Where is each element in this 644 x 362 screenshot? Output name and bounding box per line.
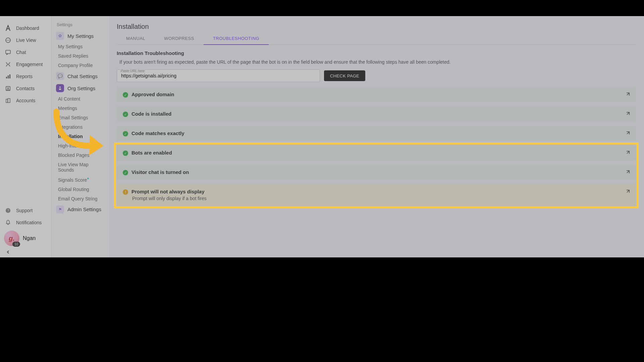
user-name: Ngan [23, 235, 36, 241]
admin-icon: ⚑ [56, 205, 64, 214]
open-link-icon[interactable] [625, 189, 631, 194]
nav-support[interactable]: ? Support [0, 204, 51, 217]
nav-dashboard[interactable]: Dashboard [0, 22, 51, 34]
nav-label: Support [16, 208, 33, 213]
main-content: Installation MANUAL WORDPRESS TROUBLESHO… [110, 16, 644, 257]
chat-icon [5, 49, 11, 56]
settings-item-email-settings[interactable]: Email Settings [51, 113, 110, 122]
settings-item-company-profile[interactable]: Company Profile [51, 61, 110, 70]
contacts-icon [5, 85, 11, 92]
svg-point-11 [59, 86, 61, 88]
settings-item-installation[interactable]: Installation [51, 132, 110, 141]
open-link-icon[interactable] [625, 150, 631, 155]
svg-rect-7 [6, 99, 8, 103]
settings-heading: Settings [51, 22, 110, 30]
page-title: Installation [117, 23, 636, 31]
logo-icon [5, 25, 11, 32]
check-approved-domain[interactable]: ✓ Approved domain [117, 87, 636, 102]
settings-group-my[interactable]: ✿ My Settings [51, 30, 110, 42]
open-link-icon[interactable] [625, 130, 631, 136]
url-input[interactable] [117, 69, 320, 82]
reports-icon [5, 73, 11, 80]
nav-label: Live View [16, 38, 36, 43]
app-root: Dashboard Live View Chat Engagement Repo… [0, 16, 644, 257]
check-ok-icon: ✓ [123, 170, 128, 175]
check-warn-icon: ! [123, 189, 128, 195]
nav-accounts[interactable]: Accounts [0, 95, 51, 107]
check-ok-icon: ✓ [123, 92, 128, 98]
check-prompt-display[interactable]: ! Prompt will not always display Prompt … [117, 184, 636, 206]
nav-reports[interactable]: Reports [0, 70, 51, 82]
help-icon: ? [5, 207, 11, 214]
settings-item-live-view-sounds[interactable]: Live View Map Sounds [51, 160, 110, 175]
check-ok-icon: ✓ [123, 150, 128, 156]
gear-icon: ✿ [56, 32, 64, 40]
svg-rect-2 [6, 77, 7, 78]
collapse-nav-button[interactable] [0, 248, 51, 257]
check-ok-icon: ✓ [123, 112, 128, 117]
svg-rect-8 [8, 99, 10, 103]
nav-label: Notifications [16, 220, 42, 225]
chat-settings-icon: 💬 [56, 72, 64, 80]
accounts-icon [5, 97, 11, 104]
nav-chat[interactable]: Chat [0, 46, 51, 58]
svg-rect-3 [8, 75, 9, 78]
url-field-label: Paste URL here [120, 69, 145, 73]
org-icon [56, 84, 64, 92]
liveview-icon [5, 37, 11, 44]
section-title: Installation Troubleshooting [117, 50, 636, 56]
svg-point-6 [7, 87, 9, 89]
svg-text:?: ? [7, 209, 9, 213]
open-link-icon[interactable] [625, 169, 631, 175]
nav-liveview[interactable]: Live View [0, 34, 51, 46]
settings-item-meetings[interactable]: Meetings [51, 104, 110, 113]
check-ok-icon: ✓ [123, 131, 128, 136]
check-page-button[interactable]: CHECK PAGE [324, 70, 365, 81]
settings-item-high-intent[interactable]: High-Intent Pages [51, 141, 110, 150]
nav-label: Reports [16, 74, 33, 79]
nav-label: Chat [16, 50, 26, 55]
settings-group-org[interactable]: Org Settings [51, 82, 110, 94]
check-code-installed[interactable]: ✓ Code is installed [117, 106, 636, 122]
settings-item-saved-replies[interactable]: Saved Replies [51, 51, 110, 61]
tab-manual[interactable]: MANUAL [117, 33, 155, 45]
nav-label: Engagement [16, 62, 43, 67]
settings-item-signals-score[interactable]: Signals Score+ [51, 175, 110, 185]
engagement-icon [5, 61, 11, 68]
bell-icon [5, 219, 11, 226]
nav-label: Contacts [16, 86, 35, 91]
nav-user[interactable]: g. 10 Ngan [0, 229, 51, 248]
check-code-matches[interactable]: ✓ Code matches exactly [117, 126, 636, 141]
svg-rect-12 [59, 88, 61, 90]
help-text: If your bots aren't firing as expected, … [119, 59, 636, 65]
settings-item-my-settings[interactable]: My Settings [51, 42, 110, 51]
check-visitor-chat[interactable]: ✓ Visitor chat is turned on [117, 165, 636, 180]
chevron-left-icon [6, 250, 45, 254]
settings-group-admin[interactable]: ⚑ Admin Settings [51, 203, 110, 216]
settings-item-email-query[interactable]: Email Query String [51, 194, 110, 203]
open-link-icon[interactable] [625, 111, 631, 116]
nav-contacts[interactable]: Contacts [0, 82, 51, 95]
tab-troubleshooting[interactable]: TROUBLESHOOTING [204, 33, 269, 45]
nav-label: Accounts [16, 98, 36, 103]
settings-item-global-routing[interactable]: Global Routing [51, 185, 110, 194]
settings-group-chat[interactable]: 💬 Chat Settings [51, 70, 110, 82]
settings-item-ai-content[interactable]: AI Content [51, 94, 110, 104]
notification-badge: 10 [12, 242, 20, 247]
svg-rect-4 [9, 74, 10, 78]
tab-wordpress[interactable]: WORDPRESS [155, 33, 204, 45]
settings-item-integrations[interactable]: Integrations [51, 122, 110, 132]
settings-item-blocked-pages[interactable]: Blocked Pages [51, 150, 110, 160]
nav-notifications[interactable]: Notifications [0, 217, 51, 229]
nav-label: Dashboard [16, 25, 39, 31]
check-bots-enabled[interactable]: ✓ Bots are enabled [117, 145, 636, 161]
settings-sidebar: Settings ✿ My Settings My Settings Saved… [51, 16, 110, 257]
nav-engagement[interactable]: Engagement [0, 58, 51, 70]
tabs: MANUAL WORDPRESS TROUBLESHOOTING [117, 33, 636, 45]
main-nav: Dashboard Live View Chat Engagement Repo… [0, 16, 51, 257]
svg-rect-1 [6, 50, 10, 54]
open-link-icon[interactable] [625, 92, 631, 97]
